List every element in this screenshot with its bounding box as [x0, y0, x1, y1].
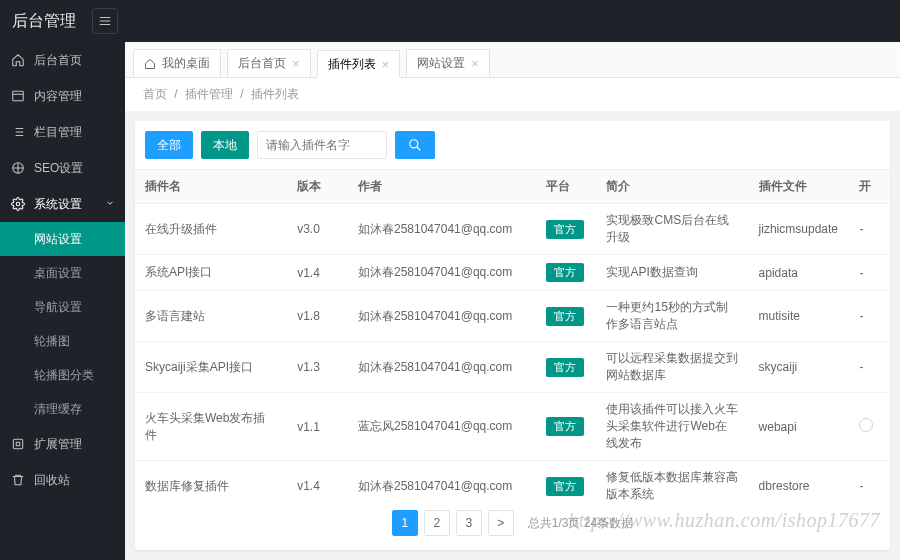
plugin-search-input[interactable] [257, 131, 387, 159]
plugin-table: 插件名版本作者平台简介插件文件开 在线升级插件v3.0如沐春2581047041… [135, 169, 890, 500]
open-dash: - [859, 360, 863, 374]
seo-icon [10, 161, 26, 175]
table-row: 多语言建站v1.8如沐春2581047041@qq.com官方一种更约15秒的方… [135, 291, 890, 342]
filter-all-button[interactable]: 全部 [145, 131, 193, 159]
crumb-part: 插件列表 [251, 87, 299, 101]
page-number[interactable]: 1 [392, 510, 418, 536]
search-button[interactable] [395, 131, 435, 159]
tab[interactable]: 插件列表× [317, 50, 401, 78]
cell-intro: 实现API数据查询 [596, 255, 748, 291]
sidebar-item-label: 栏目管理 [34, 124, 82, 141]
sidebar-toggle-button[interactable] [92, 8, 118, 34]
cell-author: 蓝忘风2581047041@qq.com [348, 393, 536, 461]
column-header: 插件名 [135, 170, 287, 204]
open-dash: - [859, 222, 863, 236]
cell-version: v3.0 [287, 204, 348, 255]
breadcrumb: 首页 / 插件管理 / 插件列表 [125, 78, 900, 111]
sidebar-item-label: 内容管理 [34, 88, 82, 105]
sidebar-item-ext[interactable]: 扩展管理 [0, 426, 125, 462]
sidebar-subitem[interactable]: 桌面设置 [0, 256, 125, 290]
tab-label: 我的桌面 [162, 55, 210, 72]
main-area: 我的桌面后台首页×插件列表×网站设置× 首页 / 插件管理 / 插件列表 全部 … [125, 42, 900, 560]
list-icon [10, 125, 26, 139]
sidebar-item-bin[interactable]: 回收站 [0, 462, 125, 498]
cell-version: v1.3 [287, 342, 348, 393]
cell-open: - [849, 255, 890, 291]
cell-open: - [849, 204, 890, 255]
column-header: 插件文件 [749, 170, 850, 204]
tab-label: 后台首页 [238, 55, 286, 72]
cell-open: - [849, 291, 890, 342]
filter-local-button[interactable]: 本地 [201, 131, 249, 159]
sidebar-item-label: 扩展管理 [34, 436, 82, 453]
tab[interactable]: 我的桌面 [133, 49, 221, 77]
pager-info: 总共1/3页 24条数据 [528, 515, 633, 532]
page-number[interactable]: 3 [456, 510, 482, 536]
official-badge: 官方 [546, 220, 584, 239]
sidebar-item-content[interactable]: 内容管理 [0, 78, 125, 114]
sidebar-item-label: SEO设置 [34, 160, 83, 177]
tab[interactable]: 网站设置× [406, 49, 490, 77]
crumb-part[interactable]: 首页 [143, 87, 167, 101]
top-header: 后台管理 [0, 0, 900, 42]
page-next[interactable]: > [488, 510, 514, 536]
search-icon [408, 138, 422, 152]
cell-author: 如沐春2581047041@qq.com [348, 342, 536, 393]
tab-close-icon[interactable]: × [471, 56, 479, 71]
sidebar-subitem[interactable]: 导航设置 [0, 290, 125, 324]
cell-name: Skycaiji采集API接口 [135, 342, 287, 393]
sidebar: 后台首页内容管理栏目管理SEO设置系统设置网站设置桌面设置导航设置轮播图轮播图分… [0, 42, 125, 560]
plugin-table-wrap: 插件名版本作者平台简介插件文件开 在线升级插件v3.0如沐春2581047041… [135, 169, 890, 500]
sidebar-item-label: 回收站 [34, 472, 70, 489]
toolbar: 全部 本地 [135, 121, 890, 169]
content-icon [10, 89, 26, 103]
open-radio[interactable] [859, 418, 873, 432]
tab-close-icon[interactable]: × [292, 56, 300, 71]
cell-name: 火车头采集Web发布插件 [135, 393, 287, 461]
cell-platform: 官方 [536, 342, 597, 393]
sidebar-item-home[interactable]: 后台首页 [0, 42, 125, 78]
ext-icon [10, 437, 26, 451]
sidebar-subitem[interactable]: 网站设置 [0, 222, 125, 256]
cell-open [849, 393, 890, 461]
cell-platform: 官方 [536, 393, 597, 461]
tab-label: 插件列表 [328, 56, 376, 73]
cell-author: 如沐春2581047041@qq.com [348, 204, 536, 255]
app-brand: 后台管理 [12, 11, 76, 32]
chevron-down-icon [105, 197, 115, 211]
column-header: 平台 [536, 170, 597, 204]
menu-icon [98, 14, 112, 28]
table-row: 在线升级插件v3.0如沐春2581047041@qq.com官方实现极致CMS后… [135, 204, 890, 255]
cell-name: 在线升级插件 [135, 204, 287, 255]
cell-version: v1.1 [287, 393, 348, 461]
sidebar-item-seo[interactable]: SEO设置 [0, 150, 125, 186]
sidebar-subitem[interactable]: 轮播图分类 [0, 358, 125, 392]
cell-platform: 官方 [536, 255, 597, 291]
sidebar-item-list[interactable]: 栏目管理 [0, 114, 125, 150]
pagination: 123>总共1/3页 24条数据 [135, 500, 890, 550]
page-number[interactable]: 2 [424, 510, 450, 536]
home-icon [10, 53, 26, 67]
table-row: 数据库修复插件v1.4如沐春2581047041@qq.com官方修复低版本数据… [135, 461, 890, 501]
tab-bar: 我的桌面后台首页×插件列表×网站设置× [125, 42, 900, 78]
cell-name: 多语言建站 [135, 291, 287, 342]
svg-rect-3 [13, 439, 22, 448]
table-row: 系统API接口v1.4如沐春2581047041@qq.com官方实现API数据… [135, 255, 890, 291]
open-dash: - [859, 309, 863, 323]
tab[interactable]: 后台首页× [227, 49, 311, 77]
cell-intro: 使用该插件可以接入火车头采集软件进行Web在线发布 [596, 393, 748, 461]
sidebar-item-label: 系统设置 [34, 196, 82, 213]
sidebar-subitem[interactable]: 轮播图 [0, 324, 125, 358]
sidebar-item-label: 后台首页 [34, 52, 82, 69]
official-badge: 官方 [546, 417, 584, 436]
tab-close-icon[interactable]: × [382, 57, 390, 72]
table-row: 火车头采集Web发布插件v1.1蓝忘风2581047041@qq.com官方使用… [135, 393, 890, 461]
column-header: 作者 [348, 170, 536, 204]
sidebar-item-gear[interactable]: 系统设置 [0, 186, 125, 222]
cell-author: 如沐春2581047041@qq.com [348, 461, 536, 501]
sidebar-subitem[interactable]: 清理缓存 [0, 392, 125, 426]
table-row: Skycaiji采集API接口v1.3如沐春2581047041@qq.com官… [135, 342, 890, 393]
cell-platform: 官方 [536, 461, 597, 501]
home-icon [144, 58, 156, 70]
crumb-part[interactable]: 插件管理 [185, 87, 233, 101]
